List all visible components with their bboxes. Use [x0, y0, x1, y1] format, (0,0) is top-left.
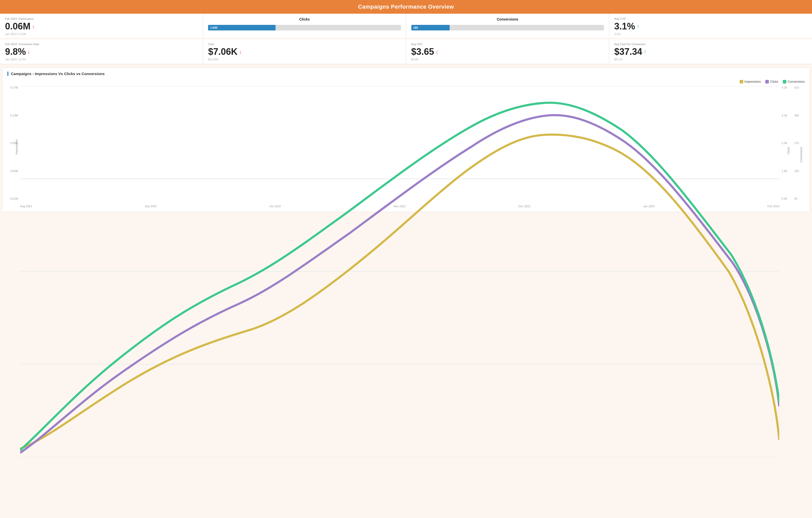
conv-rate-value: 9.8% ↓: [5, 47, 198, 56]
y-axis-left: 0.17M 0.13M 0.09M 0.05M 0.01M: [7, 86, 20, 200]
avg-cost-conv-label: Avg Cost Per Conversion: [614, 42, 807, 45]
conversions-bar: 189: [411, 25, 604, 30]
y-axis-clicks-label: Clicks: [787, 147, 790, 154]
y-left-3: 0.09M: [10, 142, 18, 145]
metric-conversions: Conversions 189: [406, 14, 609, 38]
legend-conversions: Conversions: [783, 80, 805, 84]
legend-impressions-dot: [740, 80, 743, 84]
y-clicks-2: 1.4K: [782, 170, 787, 173]
cost-arrow-down: ↓: [239, 49, 242, 55]
y-axis-conv-label: Conversions: [800, 147, 803, 162]
x-jan: Jan 2023: [643, 205, 655, 208]
y-clicks-3: 2.3K: [782, 142, 787, 145]
x-axis-labels: Aug 2022 Sep 2022 Oct 2022 Nov 2022 Dec …: [20, 205, 779, 208]
legend-clicks-dot: [765, 80, 769, 84]
impressions-sub: Jan 2023: 0.11M: [5, 32, 198, 35]
chart-area: Impressions 0.17M 0.13M 0.09M 0.05M 0.01…: [7, 86, 805, 208]
x-nov: Nov 2022: [394, 205, 405, 208]
avg-cost-conv-arrow-up: ↑: [644, 49, 646, 55]
metric-conversion-rate: Feb 2023: Conversion Rate 9.8% ↓ Jan 202…: [0, 39, 203, 64]
impressions-value: 0.06M ↓: [5, 22, 198, 31]
clicks-label: Clicks: [208, 17, 401, 21]
avg-cpc-sub: $3.88: [411, 58, 604, 61]
x-oct: Oct 2022: [269, 205, 281, 208]
y-left-1: 0.01M: [10, 197, 18, 200]
avg-cpc-arrow-down: ↓: [436, 49, 438, 55]
y-left-4: 0.13M: [10, 114, 18, 117]
cost-sub: $13.05K: [208, 58, 401, 61]
conversions-label: Conversions: [411, 17, 604, 21]
chart-section: Campaigns - Impressions Vs Clicks vs Con…: [2, 67, 810, 212]
metrics-row-2: Feb 2023: Conversion Rate 9.8% ↓ Jan 202…: [0, 39, 812, 64]
metric-avg-cost-per-conv: Avg Cost Per Conversion $37.34 ↑ $31.51: [609, 39, 812, 64]
avg-cost-conv-value: $37.34 ↑: [614, 47, 807, 56]
chart-title: Campaigns - Impressions Vs Clicks vs Con…: [7, 71, 805, 76]
conv-rate-label: Feb 2023: Conversion Rate: [5, 42, 198, 45]
line-chart-svg: [20, 86, 779, 457]
conv-rate-arrow-down: ↓: [27, 49, 30, 55]
metric-avg-ctr: Avg CTR 3.1% ↑ 3.0%: [609, 14, 812, 38]
clicks-line: [20, 115, 779, 453]
avg-cpc-label: Avg CPC: [411, 42, 604, 45]
cost-label: Cost: [208, 42, 401, 45]
y-axis-clicks: 4.1K 3.2K 2.3K 1.4K 0.5K: [781, 86, 791, 200]
conv-rate-sub: Jan 2023: 12.3%: [5, 58, 198, 61]
legend-clicks: Clicks: [765, 80, 778, 84]
chart-legend: Impressions Clicks Conversions: [7, 80, 805, 84]
x-sep: Sep 2022: [145, 205, 157, 208]
avg-cost-conv-sub: $31.51: [614, 58, 807, 61]
legend-impressions: Impressions: [740, 80, 761, 84]
y-left-5: 0.17M: [10, 86, 18, 89]
y-conv-2: 150: [794, 170, 799, 173]
metric-avg-cpc: Avg CPC $3.65 ↓ $3.88: [406, 39, 609, 64]
y-conv-4: 390: [794, 114, 799, 117]
metric-impressions: Feb 2023: Impressions 0.06M ↓ Jan 2023: …: [0, 14, 203, 38]
conversions-bar-fill: 189: [411, 25, 450, 30]
avg-ctr-value: 3.1% ↑: [614, 22, 807, 31]
y-conv-1: 30: [794, 197, 797, 200]
y-left-2: 0.05M: [10, 170, 18, 173]
avg-ctr-sub: 3.0%: [614, 32, 807, 35]
y-conv-3: 270: [794, 142, 799, 145]
x-aug: Aug 2022: [20, 205, 32, 208]
avg-cpc-value: $3.65 ↓: [411, 47, 604, 56]
cost-value: $7.06K ↓: [208, 47, 401, 56]
y-conv-5: 510: [794, 86, 799, 89]
metrics-row-1: Feb 2023: Impressions 0.06M ↓ Jan 2023: …: [0, 14, 812, 39]
impressions-arrow-down: ↓: [32, 24, 35, 29]
header: Campaigns Performance Overview: [0, 0, 812, 14]
legend-clicks-label: Clicks: [770, 80, 778, 84]
impressions-label: Feb 2023: Impressions: [5, 17, 198, 20]
metric-clicks: Clicks 1.94K: [203, 14, 406, 38]
y-clicks-1: 0.5K: [782, 197, 787, 200]
x-dec: Dec 2022: [518, 205, 530, 208]
legend-conversions-label: Conversions: [788, 80, 805, 84]
y-axis-conv: 510 390 270 150 30: [793, 86, 805, 200]
legend-conversions-dot: [783, 80, 786, 84]
header-title: Campaigns Performance Overview: [358, 4, 454, 10]
y-clicks-4: 3.2K: [782, 114, 787, 117]
conversions-line: [20, 103, 779, 450]
metric-cost: Cost $7.06K ↓ $13.05K: [203, 39, 406, 64]
y-clicks-5: 4.1K: [782, 86, 787, 89]
clicks-bar: 1.94K: [208, 25, 401, 30]
legend-impressions-label: Impressions: [745, 80, 761, 84]
clicks-bar-fill: 1.94K: [208, 25, 276, 30]
avg-ctr-label: Avg CTR: [614, 17, 807, 20]
x-feb: Feb 2023: [767, 205, 779, 208]
impressions-line: [20, 135, 779, 449]
avg-ctr-arrow-up: ↑: [637, 24, 639, 29]
